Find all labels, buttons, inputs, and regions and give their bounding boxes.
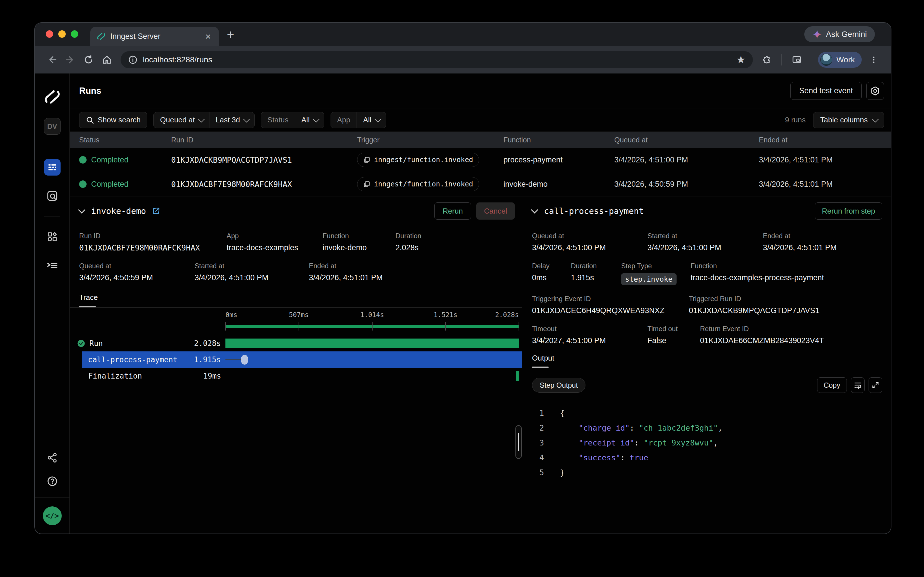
trigger-pill[interactable]: inngest/function.invoked xyxy=(357,153,479,167)
browser-window: Inngest Server × + Ask Gemini xyxy=(34,22,892,534)
trace-row[interactable]: call-process-payment1.915s xyxy=(82,351,522,368)
axis-tick-label: 0ms xyxy=(225,311,238,319)
trace-axis: 0ms507ms1.014s1.521s2.028s xyxy=(225,311,519,320)
collapse-chevron-icon[interactable] xyxy=(78,206,85,213)
extensions-icon[interactable] xyxy=(759,52,774,67)
back-button[interactable] xyxy=(45,52,59,67)
new-tab-button[interactable]: + xyxy=(227,27,234,42)
ask-gemini-button[interactable]: Ask Gemini xyxy=(804,26,875,42)
table-row[interactable]: Completed01KJXDACKB9MPQACGTDP7JAVS1innge… xyxy=(70,148,891,172)
url-text[interactable]: localhost:8288/runs xyxy=(143,55,736,64)
output-toolbar: Step Output Copy xyxy=(532,377,882,393)
runs-count: 9 runs xyxy=(785,116,806,124)
trigger-pill[interactable]: inngest/function.invoked xyxy=(357,177,479,191)
trace-row[interactable]: Finalization19ms xyxy=(82,368,522,384)
trace-rows: Run2.028scall-process-payment1.915sFinal… xyxy=(70,335,522,384)
trace-step-duration: 19ms xyxy=(203,372,221,380)
axis-tick-label: 2.028s xyxy=(495,311,519,319)
step-function-link[interactable]: trace-docs-examples-process-payment xyxy=(691,273,824,282)
time-range-dropdown[interactable]: Last 3d xyxy=(209,112,254,128)
triggering-event-id-link[interactable]: 01KJXDACEC6H49QRQXWEA93NXZ xyxy=(532,306,689,315)
browser-toolbar: localhost:8288/runs ★ Work xyxy=(35,46,891,74)
send-test-event-button[interactable]: Send test event xyxy=(790,82,862,100)
app-filter-dropdown[interactable]: All xyxy=(357,112,386,128)
col-status: Status xyxy=(79,136,171,144)
profile-button[interactable]: Work xyxy=(818,52,862,68)
step-ended-label: Ended at xyxy=(763,232,837,240)
axis-tick-label: 1.521s xyxy=(434,311,458,319)
word-wrap-button[interactable] xyxy=(851,377,865,393)
collapse-chevron-icon[interactable] xyxy=(531,206,538,213)
tab-trace[interactable]: Trace xyxy=(79,293,98,302)
tab-output[interactable]: Output xyxy=(532,354,554,363)
rerun-from-step-button[interactable]: Rerun from step xyxy=(815,202,882,219)
help-icon[interactable] xyxy=(44,473,61,490)
app-link[interactable]: trace-docs-examples xyxy=(227,243,323,252)
axis-tick-label: 507ms xyxy=(289,311,309,319)
show-search-button[interactable]: Show search xyxy=(79,112,147,128)
copy-button[interactable]: Copy xyxy=(817,377,847,393)
window-controls[interactable] xyxy=(46,30,78,38)
step-span-bar xyxy=(241,355,248,364)
step-queued-value: 3/4/2026, 4:51:00 PM xyxy=(532,243,648,252)
run-span-bar xyxy=(225,338,519,348)
status-filter-dropdown[interactable]: All xyxy=(295,112,324,128)
table-header: Status Run ID Trigger Function Queued at… xyxy=(70,132,891,148)
panel-resize-handle[interactable] xyxy=(516,425,522,459)
nav-apps-icon[interactable] xyxy=(44,229,61,245)
function-link[interactable]: invoke-demo xyxy=(323,243,395,252)
function-label: Function xyxy=(323,232,395,240)
page-header: Runs Send test event xyxy=(70,74,891,108)
nav-runs-icon[interactable] xyxy=(44,159,61,176)
output-code[interactable]: 1{2 "charge_id": "ch_1abc2def3ghi",3 "re… xyxy=(532,405,882,480)
queued-at-dropdown[interactable]: Queued at xyxy=(154,112,209,128)
workspace-badge[interactable]: DV xyxy=(44,118,61,135)
share-icon[interactable] xyxy=(44,450,61,466)
nav-terminal-icon[interactable] xyxy=(44,257,61,274)
close-window-button[interactable] xyxy=(46,30,53,38)
tab-close-icon[interactable]: × xyxy=(203,31,212,41)
profile-label: Work xyxy=(836,55,855,64)
external-link-icon[interactable] xyxy=(152,207,160,215)
run-id-cell: 01KJXDACBF7E98M00RAFCK9HAX xyxy=(171,180,357,189)
menu-kebab-icon[interactable] xyxy=(866,52,881,67)
step-type-chip: step.invoke xyxy=(621,273,677,285)
function-cell: invoke-demo xyxy=(503,180,614,189)
minimize-window-button[interactable] xyxy=(58,30,66,38)
trace-step-name: call-process-payment xyxy=(88,355,177,364)
code-line: 2 "charge_id": "ch_1abc2def3ghi", xyxy=(532,420,882,435)
settings-gear-button[interactable] xyxy=(866,82,884,100)
side-search-icon[interactable] xyxy=(789,52,804,67)
rerun-button[interactable]: Rerun xyxy=(434,202,471,219)
delay-value: 0ms xyxy=(532,273,571,282)
trace-row[interactable]: Run2.028s xyxy=(70,335,522,351)
bookmark-star-icon[interactable]: ★ xyxy=(736,54,746,66)
step-detail-panel: call-process-payment Rerun from step Que… xyxy=(522,197,891,533)
timeout-label: Timeout xyxy=(532,325,648,333)
axis-tick xyxy=(445,322,446,330)
site-info-icon[interactable] xyxy=(128,55,138,64)
nav-events-icon[interactable] xyxy=(44,188,61,204)
url-bar[interactable]: localhost:8288/runs ★ xyxy=(121,51,753,68)
reload-button[interactable] xyxy=(81,52,96,67)
maximize-window-button[interactable] xyxy=(71,30,78,38)
step-output-pill[interactable]: Step Output xyxy=(532,378,585,393)
run-detail-panel: invoke-demo Rerun Cancel Run ID 01KJXDAC… xyxy=(70,197,522,533)
runs-table-body: Completed01KJXDACKB9MPQACGTDP7JAVS1innge… xyxy=(70,148,891,197)
dev-mode-button[interactable]: </> xyxy=(43,506,62,525)
expand-button[interactable] xyxy=(869,377,882,393)
rail-divider xyxy=(44,147,60,147)
forward-button[interactable] xyxy=(63,52,78,67)
triggered-run-id-link[interactable]: 01KJXDACKB9MPQACGTDP7JAVS1 xyxy=(689,306,820,315)
return-event-id-link[interactable]: 01KJXDAE66CMZMB28439023V4T xyxy=(700,336,824,345)
table-columns-button[interactable]: Table columns xyxy=(813,112,884,128)
table-row[interactable]: Completed01KJXDACBF7E98M00RAFCK9HAXinnge… xyxy=(70,172,891,197)
step-function-label: Function xyxy=(691,262,824,270)
run-name: invoke-demo xyxy=(91,206,146,216)
cancel-button[interactable]: Cancel xyxy=(476,202,515,219)
queued-at-cell: 3/4/2026, 4:51:00 PM xyxy=(614,156,759,164)
home-button[interactable] xyxy=(100,52,114,67)
app-filter: App All xyxy=(331,112,386,128)
browser-tab[interactable]: Inngest Server × xyxy=(90,27,219,46)
axis-tick xyxy=(519,322,519,330)
